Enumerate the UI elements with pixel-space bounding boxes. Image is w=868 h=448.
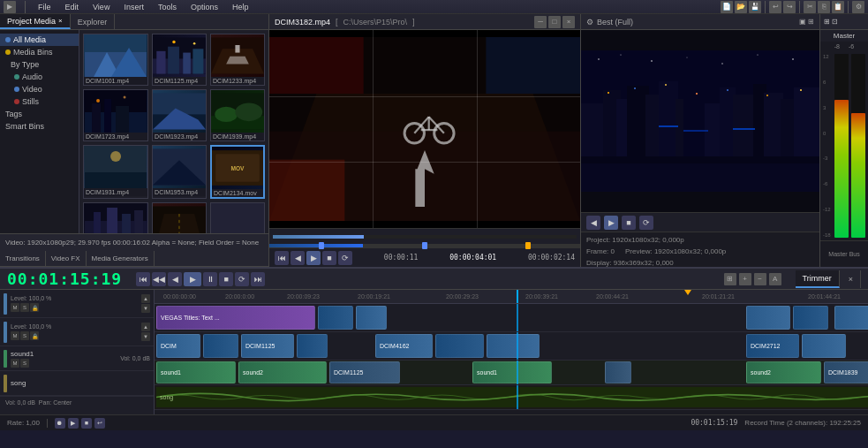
media-thumb-0[interactable]: DCIM1001.mp4 <box>83 34 148 86</box>
tl-snap-icon[interactable]: ⊞ <box>724 273 736 285</box>
tab-media-generators[interactable]: Media Generators <box>87 251 155 266</box>
track-lock-1[interactable]: 🔒 <box>30 331 39 340</box>
track-expand-1[interactable]: ▲ <box>141 323 150 331</box>
track-mute-2[interactable]: M <box>11 359 19 368</box>
output-stop[interactable]: ■ <box>622 216 636 230</box>
track-collapse-1[interactable]: ▼ <box>141 332 150 341</box>
track-collapse-0[interactable]: ▼ <box>141 304 150 313</box>
menu-view[interactable]: View <box>89 3 113 11</box>
waveform-clip[interactable]: song <box>156 387 868 407</box>
tl-stop[interactable]: ■ <box>219 272 233 286</box>
output-play[interactable]: ▶ <box>604 216 618 230</box>
toolbar-render[interactable]: ⚙ <box>852 1 864 13</box>
tab-explorer[interactable]: Explorer <box>71 14 116 29</box>
tl-pause[interactable]: ⏸ <box>203 272 217 286</box>
clip-0-4[interactable] <box>793 306 828 330</box>
tab-video-fx[interactable]: Video FX <box>46 251 87 266</box>
toolbar-cut[interactable]: ✂ <box>804 1 816 13</box>
menu-file[interactable]: File <box>34 3 55 11</box>
tree-item-audio[interactable]: Audio <box>0 71 79 83</box>
clip-2-4[interactable] <box>605 361 631 383</box>
tl-goto-end[interactable]: ⏭ <box>251 272 265 286</box>
media-thumb-10[interactable]: DCIM2719.mp4 <box>152 202 207 233</box>
toolbar-undo[interactable]: ↩ <box>769 1 781 13</box>
scrub-marker[interactable] <box>319 242 324 249</box>
preview-minimize-icon[interactable]: ─ <box>534 16 547 28</box>
bottom-stop[interactable]: ■ <box>81 418 92 429</box>
preview-loop[interactable]: ⟳ <box>338 251 352 265</box>
clip-0-5[interactable] <box>834 306 868 330</box>
tree-item-video[interactable]: Video <box>0 83 79 95</box>
output-play-reverse[interactable]: ◀ <box>586 216 600 230</box>
tree-item-media-bins[interactable]: Media Bins <box>0 46 79 58</box>
track-expand-0[interactable]: ▲ <box>141 294 150 303</box>
clip-1-1[interactable] <box>203 334 238 359</box>
track-solo-2[interactable]: S <box>20 359 29 368</box>
track-solo-1[interactable]: S <box>20 331 29 340</box>
tl-auto-icon[interactable]: A <box>769 273 781 285</box>
preview-stop[interactable]: ■ <box>322 251 336 265</box>
tree-item-by-type[interactable]: By Type <box>0 58 79 71</box>
clip-0-2[interactable] <box>356 306 387 330</box>
toolbar-new[interactable]: 📄 <box>721 1 733 13</box>
clip-1-3[interactable] <box>297 334 328 359</box>
clip-1-2[interactable]: DCIM1125 <box>241 334 294 359</box>
clip-2-0[interactable]: sound1 <box>156 361 236 383</box>
tl-play-reverse[interactable]: ◀◀ <box>152 272 166 286</box>
toolbar-open[interactable]: 📂 <box>735 1 747 13</box>
clip-0-1[interactable] <box>318 306 353 330</box>
tl-zoom-out-icon[interactable]: − <box>754 273 766 285</box>
media-thumb-8[interactable]: MOV DCIM2134.mov <box>210 145 265 199</box>
track-mute-0[interactable]: M <box>11 303 19 312</box>
preview-play[interactable]: ▶ <box>306 251 321 265</box>
clip-1-0[interactable]: DCIM <box>156 334 200 359</box>
menu-edit[interactable]: Edit <box>62 3 83 11</box>
bottom-record[interactable]: ⏺ <box>55 418 65 429</box>
toolbar-paste[interactable]: 📋 <box>832 1 844 13</box>
tab-trimmer[interactable]: Trimmer <box>796 270 840 288</box>
tl-zoom-in-icon[interactable]: + <box>739 273 751 285</box>
clip-1-7[interactable]: DCIM2712 <box>746 334 799 359</box>
tracks-area[interactable]: 00:00:00:00 20:00:0:00 20:00:09:23 20:00… <box>155 290 868 414</box>
clip-1-4[interactable]: DCIM4162 <box>375 334 433 359</box>
menu-tools[interactable]: Tools <box>155 3 180 11</box>
tree-item-stills[interactable]: Stills <box>0 95 79 108</box>
toolbar-copy[interactable]: ⎘ <box>818 1 830 13</box>
clip-0-0[interactable]: VEGAS Titles: Text ... <box>156 306 315 330</box>
tree-item-tags[interactable]: Tags <box>0 108 79 120</box>
bottom-play[interactable]: ▶ <box>68 418 79 429</box>
media-thumb-3[interactable]: DCIM1723.mp4 <box>83 89 148 141</box>
track-lock-0[interactable]: 🔒 <box>30 303 39 312</box>
clip-0-3[interactable] <box>746 306 790 330</box>
menu-insert[interactable]: Insert <box>120 3 147 11</box>
clip-1-5[interactable] <box>435 334 484 359</box>
media-thumb-4[interactable]: DCIM1923.mp4 <box>152 89 207 141</box>
track-mute-1[interactable]: M <box>11 331 19 340</box>
bottom-loop[interactable]: ↩ <box>94 418 105 429</box>
tl-play[interactable]: ▶ <box>184 272 201 286</box>
clip-2-3[interactable]: sound1 <box>472 361 552 383</box>
media-thumb-9[interactable]: DCIM2173.mp4 <box>83 202 148 233</box>
media-thumb-7[interactable]: DCIM1953.mp4 <box>152 145 207 199</box>
output-loop[interactable]: ⟳ <box>639 216 653 230</box>
tab-transitions[interactable]: Transitions <box>0 251 46 266</box>
clip-2-6[interactable]: DCIM1839 <box>824 361 868 383</box>
clip-2-5[interactable]: sound2 <box>746 361 821 383</box>
media-thumb-2[interactable]: DCIM1233.mp4 <box>210 34 265 86</box>
tl-reverse-step[interactable]: ◀ <box>168 272 182 286</box>
scrub-marker[interactable] <box>422 242 427 249</box>
tl-loop[interactable]: ⟳ <box>235 272 249 286</box>
tab-trimmer-close[interactable]: × <box>842 270 861 288</box>
preview-scrub-bar[interactable] <box>269 244 580 247</box>
tl-goto-start[interactable]: ⏮ <box>136 272 150 286</box>
preview-close-icon[interactable]: × <box>562 16 575 28</box>
scrub-marker[interactable] <box>525 242 531 249</box>
tree-item-smart-bins[interactable]: Smart Bins <box>0 120 79 133</box>
preview-goto-start[interactable]: ⏮ <box>275 251 289 265</box>
preview-play-reverse[interactable]: ◀ <box>291 251 305 265</box>
media-thumb-11[interactable] <box>210 202 265 233</box>
menu-help[interactable]: Help <box>229 3 253 11</box>
clip-1-6[interactable] <box>487 334 540 359</box>
media-thumb-5[interactable]: DCIM1939.mp4 <box>210 89 265 141</box>
menu-options[interactable]: Options <box>187 3 222 11</box>
